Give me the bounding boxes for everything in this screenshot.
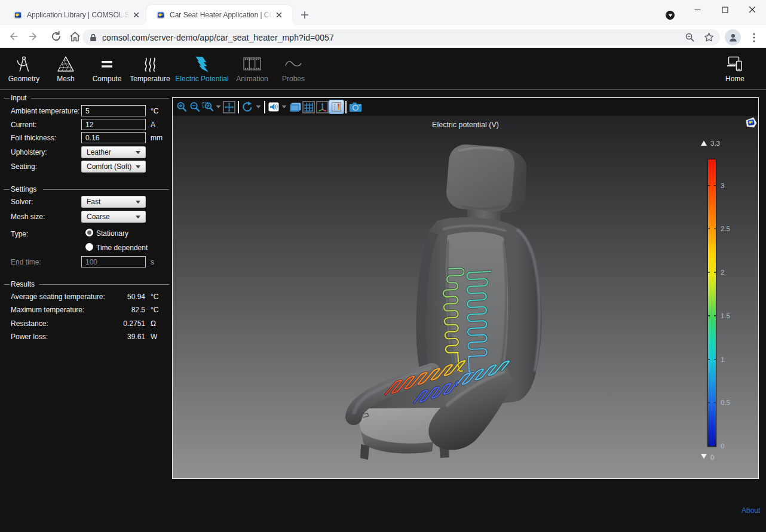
tab-car-seat-heater[interactable]: Car Seat Heater Application | CO: [146, 5, 292, 25]
zoom-box-icon[interactable]: [201, 100, 215, 113]
show-color-legend-icon[interactable]: [329, 100, 344, 113]
animation-filmstrip-icon: [243, 55, 261, 73]
parameters-sidebar: Input Ambient temperature: °C Current: A…: [0, 93, 172, 532]
tab-application-library[interactable]: Application Library | COMSOL Se: [5, 5, 147, 25]
close-window-button[interactable]: [739, 0, 766, 19]
ribbon-button-electric-potential[interactable]: Electric Potential: [174, 55, 229, 83]
maximize-button[interactable]: [711, 0, 739, 19]
toolbar-separator: [345, 101, 347, 113]
home-button[interactable]: [66, 28, 83, 45]
lock-icon[interactable]: [90, 33, 97, 42]
toolbar-separator: [264, 101, 265, 113]
field-label: Foil thickness:: [11, 134, 56, 142]
radio-time-dependent[interactable]: [85, 243, 93, 251]
forward-button[interactable]: [25, 28, 42, 45]
ribbon-button-home[interactable]: Home: [707, 55, 762, 83]
ribbon-button-probes[interactable]: Probes: [266, 55, 321, 83]
result-value: 82.5: [131, 306, 145, 314]
current-input[interactable]: [81, 119, 146, 130]
ribbon-label: Temperature: [130, 75, 170, 83]
result-value: 50.94: [127, 293, 145, 301]
legend-dash: [4, 98, 10, 99]
graphics-toolbar: [173, 98, 758, 116]
ribbon-label: Geometry: [8, 75, 40, 83]
end-time-input[interactable]: [81, 256, 146, 267]
dropdown-value: Coarse: [87, 213, 110, 221]
ribbon-button-temperature[interactable]: Temperature: [122, 55, 177, 83]
section-legend-input: Input: [0, 94, 172, 102]
ribbon-label: Animation: [236, 75, 268, 83]
field-unit: s: [151, 258, 154, 266]
field-label: Seating:: [11, 162, 37, 171]
tab-title: Car Seat Heater Application | CO: [170, 11, 272, 19]
seating-dropdown[interactable]: Comfort (Soft): [81, 161, 146, 173]
browser-chrome: Application Library | COMSOL Se Car Seat…: [0, 0, 766, 48]
new-tab-button[interactable]: [297, 7, 312, 23]
field-row-ambient-temperature: Ambient temperature: °C: [0, 105, 172, 117]
zoom-in-icon[interactable]: [175, 100, 188, 113]
legend-line: [43, 189, 169, 190]
tab-close-icon[interactable]: [274, 10, 284, 20]
url-text[interactable]: comsol.com/server-demo/app/car_seat_heat…: [102, 33, 334, 42]
solver-dropdown[interactable]: Fast: [81, 196, 146, 208]
tab-search-button[interactable]: [666, 11, 675, 20]
ribbon-label: Mesh: [57, 75, 74, 83]
zoom-extents-icon[interactable]: [222, 100, 236, 113]
show-axis-icon[interactable]: [315, 100, 329, 113]
colorbar-tick-label: 1: [721, 356, 724, 363]
compute-equals-icon: [100, 55, 114, 73]
section-legend-settings: Settings: [0, 185, 172, 193]
legend-line: [39, 284, 169, 285]
field-row-solver: Solver: Fast: [0, 196, 172, 208]
comsol-favicon: [157, 11, 165, 19]
bookmark-star-icon[interactable]: [704, 32, 714, 42]
tab-close-icon[interactable]: [131, 10, 141, 20]
ambient-temperature-input[interactable]: [81, 105, 146, 116]
zoom-out-icon[interactable]: [188, 100, 201, 113]
screenshot-icon[interactable]: [348, 100, 363, 113]
colorbar-min-label: 0: [710, 454, 714, 461]
field-label: Upholstery:: [11, 148, 47, 156]
colorbar-tick-label: 2: [721, 269, 724, 276]
comsol-favicon: [14, 11, 22, 19]
rotate-icon[interactable]: [241, 100, 254, 113]
radio-stationary[interactable]: [85, 229, 93, 236]
legend-line: [31, 98, 169, 99]
scene-light-icon[interactable]: [267, 100, 280, 113]
result-value: 0.2751: [123, 319, 145, 328]
graphics-canvas[interactable]: Electric potential (V) 32.521.510.503.30: [173, 116, 758, 478]
rotate-menu-arrow[interactable]: [254, 100, 262, 113]
result-unit: W: [151, 333, 157, 341]
zoom-box-menu-arrow[interactable]: [215, 100, 222, 113]
legend-dash: [4, 284, 10, 285]
chrome-menu-icon[interactable]: [747, 29, 761, 45]
upholstery-dropdown[interactable]: Leather: [81, 146, 146, 158]
colorbar-tick-label: 0: [721, 442, 724, 450]
address-bar[interactable]: comsol.com/server-demo/app/car_seat_heat…: [82, 29, 720, 45]
graphics-panel: Electric potential (V) 32.521.510.503.30: [172, 97, 759, 479]
foil-thickness-input[interactable]: [81, 132, 146, 143]
colorbar-tick-label: 2.5: [721, 225, 730, 232]
geometry-compass-icon: [16, 55, 32, 73]
scene-light-menu-arrow[interactable]: [280, 100, 288, 113]
tab-title: Application Library | COMSOL Se: [27, 11, 130, 19]
transparency-icon[interactable]: [288, 100, 302, 113]
result-label: Maximum temperature:: [11, 306, 84, 314]
dropdown-arrow-icon: [136, 201, 140, 204]
result-unit: Ω: [151, 319, 156, 328]
back-button[interactable]: [5, 28, 22, 45]
electric-potential-bolt-icon: [195, 55, 209, 73]
field-row-type-2: Time dependent: [0, 241, 172, 253]
field-row-seating: Seating: Comfort (Soft): [0, 161, 172, 173]
app-ribbon: Geometry Mesh: [0, 48, 766, 90]
result-value: 39.61: [127, 333, 145, 341]
mesh-size-dropdown[interactable]: Coarse: [81, 211, 146, 223]
about-link[interactable]: About: [742, 506, 760, 515]
grid-icon[interactable]: [302, 100, 315, 113]
urlbar-actions: [685, 29, 714, 45]
profile-avatar[interactable]: [725, 29, 741, 45]
zoom-out-page-icon[interactable]: [685, 32, 695, 42]
reload-button[interactable]: [48, 28, 65, 45]
field-row-upholstery: Upholstery: Leather: [0, 146, 172, 158]
minimize-button[interactable]: [684, 0, 711, 19]
